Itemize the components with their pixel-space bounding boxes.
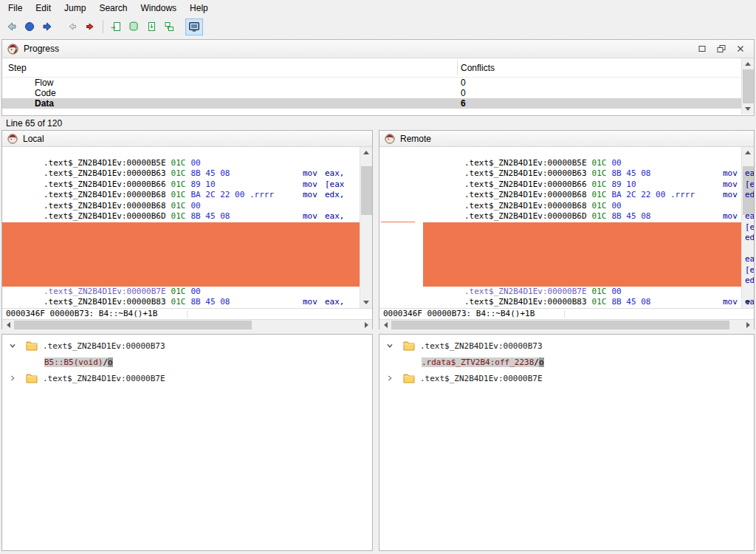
listing-line[interactable]: .text$_ZN2B4D1Ev:00000B6801CBA 2C 22 00 …: [379, 179, 741, 191]
listing-line[interactable]: .text$_ZN2B4D1Ev:00000B7001C89 50 08mov[…: [2, 211, 360, 222]
chevron-right-icon[interactable]: [386, 375, 394, 382]
scroll-up-icon[interactable]: [742, 58, 754, 69]
menu-search[interactable]: Search: [92, 1, 134, 16]
scroll-down-icon[interactable]: [360, 297, 372, 308]
tree-row[interactable]: .text$_ZN2B4D1Ev:00000B73: [2, 338, 372, 354]
listing-line[interactable]: .text$_ZN2B4D1Ev:00000B7E01CBA 44 22 00 …: [2, 265, 360, 276]
back-arrow-glyph: [6, 21, 18, 33]
menu-jump[interactable]: Jump: [58, 1, 92, 16]
progress-table-header: Step Conflicts: [2, 58, 754, 78]
listing-line[interactable]: .text$_ZN2B4D1Ev:00000B6801C00: [379, 190, 741, 201]
scroll-right-icon[interactable]: [742, 320, 754, 330]
listing-line[interactable]: .text$_ZN2B4D1Ev:00000B6801CBA 2C 22 00 …: [2, 179, 360, 191]
listing-line[interactable]: .text$_ZN2B4D1Ev:00000B6601C89 10mov[eax: [379, 168, 741, 179]
status-text: 0000346F 00000B73: B4::~B4()+1B: [6, 309, 157, 318]
listing-line[interactable]: .text$_ZN2B4D1Ev:00000B6D01C8B 45 08move…: [2, 201, 360, 212]
progress-row[interactable]: Flow 0: [2, 78, 754, 88]
listing-line[interactable]: .text$_ZN2B4D1Ev:00000B5E01C00: [379, 147, 741, 158]
operand: edx,: [745, 276, 754, 287]
tree-row[interactable]: .rdata$_ZTV2B4:off_2238/o: [379, 354, 754, 370]
listing-line[interactable]: .text$_ZN2B4D1Ev:00000B6601C89 10mov[eax: [2, 168, 360, 179]
listing-line[interactable]: .text$_ZN2B4D1Ev:00000B7801C8B 45 08move…: [379, 244, 741, 255]
tree-row[interactable]: .text$_ZN2B4D1Ev:00000B7E: [2, 370, 372, 386]
scroll-thumb[interactable]: [361, 166, 372, 215]
monitor-glyph: [188, 21, 200, 33]
scroll-thumb[interactable]: [743, 69, 754, 103]
listing-line[interactable]: .text$_ZN2B4D1Ev:00000B6301C8B 45 08move…: [379, 158, 741, 169]
vertical-scrollbar[interactable]: [741, 58, 754, 114]
tree-label-slash: /: [103, 358, 108, 367]
pane-title-label: Local: [23, 134, 44, 144]
listing-line[interactable]: .text$_ZN2B4D1Ev:00000B7001C89 50 08mov[…: [379, 211, 741, 222]
back-icon[interactable]: [3, 18, 21, 35]
scroll-thumb[interactable]: [14, 321, 252, 329]
listing-line[interactable]: .text$_ZN2B4D1Ev:00000B7301CBA 38 22 00 …: [2, 222, 360, 233]
tree-row[interactable]: B5::B5(void)/o: [2, 354, 372, 370]
local-pane: Local .text$_ZN2B4D1Ev:00000B5E01C00 .te…: [1, 130, 373, 329]
listing-line[interactable]: .text$_ZN2B4D1Ev:00000B7E01CBA 44 22 00 …: [379, 265, 741, 276]
menu-windows[interactable]: Windows: [134, 1, 183, 16]
vertical-scrollbar[interactable]: [360, 147, 372, 308]
scroll-right-icon[interactable]: [360, 320, 372, 330]
menu-file[interactable]: File: [1, 1, 29, 16]
folder-icon: [26, 373, 38, 383]
listing-line[interactable]: .text$_ZN2B4D1Ev:00000B6301C8B 45 08move…: [2, 158, 360, 169]
remote-status-bar: 0000346F 00000B73: B4::~B4()+1B: [379, 308, 754, 319]
chevron-down-icon[interactable]: [9, 342, 16, 349]
chevron-right-icon[interactable]: [9, 375, 16, 382]
apply-code-icon[interactable]: [142, 18, 160, 35]
chevron-down-icon[interactable]: [386, 342, 394, 349]
listing-line[interactable]: .text$_ZN2B4D1Ev:00000B5E01C00: [2, 147, 360, 158]
float-glyph: [716, 44, 726, 54]
float-icon[interactable]: [712, 41, 731, 56]
horizontal-scrollbar[interactable]: [379, 319, 754, 330]
listing-line[interactable]: .text$_ZN2B4D1Ev:00000B8601C89 50 30mov[…: [379, 297, 741, 308]
operand: eax,: [745, 297, 754, 308]
progress-titlebar[interactable]: Progress: [2, 40, 754, 58]
tree-row[interactable]: .text$_ZN2B4D1Ev:00000B73: [379, 338, 754, 354]
window-buttons: [693, 41, 750, 56]
scroll-up-icon[interactable]: [360, 147, 372, 158]
blue-circle-glyph: [24, 21, 35, 33]
listing-line[interactable]: .text$_ZN2B4D1Ev:00000B7B01C89 50 18mov[…: [2, 254, 360, 265]
scroll-thumb[interactable]: [391, 321, 729, 329]
listing-line[interactable]: .text$_ZN2B4D1Ev:00000B7B01C89 50 18mov[…: [379, 254, 741, 265]
apply-database-icon[interactable]: [125, 18, 142, 35]
maximize-icon[interactable]: [693, 41, 712, 56]
listing-line[interactable]: .text$_ZN2B4D1Ev:00000B7801C8B 45 08move…: [2, 244, 360, 255]
listing-line[interactable]: .text$_ZN2B4D1Ev:00000B7301C00: [2, 233, 360, 244]
scroll-up-icon[interactable]: [742, 147, 754, 158]
jump-next-icon[interactable]: [81, 18, 99, 35]
tree-row[interactable]: .text$_ZN2B4D1Ev:00000B7E: [379, 370, 754, 386]
close-icon[interactable]: [731, 41, 750, 56]
jump-previous-icon[interactable]: [63, 18, 81, 35]
progress-row[interactable]: Data 6: [2, 98, 754, 109]
forward-icon[interactable]: [38, 18, 56, 35]
listing-line[interactable]: .text$_ZN2B4D1Ev:00000B8301C8B 45 08move…: [379, 287, 741, 298]
scroll-left-icon[interactable]: [379, 320, 391, 330]
listing-line[interactable]: .text$_ZN2B4D1Ev:00000B6801C00: [2, 190, 360, 201]
current-position-icon[interactable]: [21, 18, 38, 35]
apply-flow-icon[interactable]: [107, 18, 125, 35]
listing-line[interactable]: .text$_ZN2B4D1Ev:00000B7301CBA 38 22 00 …: [379, 222, 741, 233]
menu-edit[interactable]: Edit: [29, 1, 58, 16]
listing-line[interactable]: .text$_ZN2B4D1Ev:00000B7E01C00: [379, 276, 741, 287]
remote-pane-titlebar[interactable]: Remote: [379, 131, 754, 147]
listing-line[interactable]: .text$_ZN2B4D1Ev:00000B7301C00: [379, 233, 741, 244]
tree-label: .text$_ZN2B4D1Ev:00000B7E: [420, 374, 543, 383]
horizontal-scrollbar[interactable]: [2, 319, 372, 330]
scroll-down-icon[interactable]: [742, 103, 754, 114]
menu-help[interactable]: Help: [183, 1, 215, 16]
folder-icon: [403, 373, 415, 383]
listing-line[interactable]: .text$_ZN2B4D1Ev:00000B8301C8B 45 08move…: [2, 287, 360, 298]
listing-line[interactable]: .text$_ZN2B4D1Ev:00000B8601C89 50 30mov[…: [2, 297, 360, 308]
step-label: Code: [35, 88, 56, 98]
display-view-icon[interactable]: [185, 18, 203, 35]
listing-line[interactable]: .text$_ZN2B4D1Ev:00000B7E01C00: [2, 276, 360, 287]
progress-row[interactable]: Code 0: [2, 88, 754, 98]
apply-data-icon[interactable]: [160, 18, 178, 35]
local-pane-titlebar[interactable]: Local: [2, 131, 372, 147]
local-listing: .text$_ZN2B4D1Ev:00000B5E01C00 .text$_ZN…: [2, 147, 372, 308]
listing-line[interactable]: .text$_ZN2B4D1Ev:00000B6D01C8B 45 08move…: [379, 201, 741, 212]
scroll-left-icon[interactable]: [2, 320, 14, 330]
